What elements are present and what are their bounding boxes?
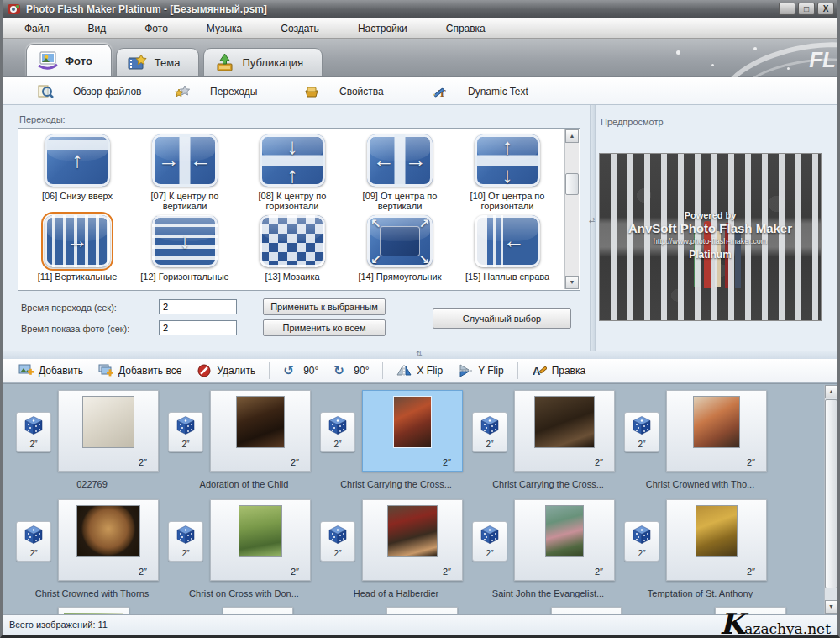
menu-item-5[interactable]: Создать	[269, 20, 331, 37]
close-button[interactable]: X	[817, 3, 834, 15]
menu-item-2[interactable]: Вид	[76, 20, 118, 37]
y-flip-button[interactable]: Y Flip	[450, 361, 511, 380]
add-photo-button[interactable]: Добавить	[11, 361, 91, 380]
photo-item[interactable]: 2″	[58, 390, 159, 472]
scroll-down-icon[interactable]: ▼	[565, 276, 579, 289]
photo-item[interactable]	[551, 607, 622, 614]
transition-item[interactable]: →[11] Вертикальные	[24, 215, 131, 282]
menu-item-1[interactable]: Файл	[13, 20, 61, 37]
transition-item[interactable]: ↑[06] Снизу вверх	[24, 134, 131, 211]
transition-item[interactable]: ↓↑[08] К центру по горизонтали	[239, 134, 346, 211]
photo-time-input[interactable]	[159, 320, 237, 335]
publish-tab-icon	[214, 53, 236, 73]
tab-публикация[interactable]: Публикация	[203, 48, 323, 76]
apply-all-button[interactable]: Применить ко всем	[263, 319, 386, 336]
transition-duration-badge: 2″	[486, 440, 493, 449]
transition-tile[interactable]: 2″	[472, 521, 507, 562]
tab-label: Публикация	[242, 56, 303, 69]
photo-thumbnail	[693, 396, 740, 448]
scroll-up-icon[interactable]: ▲	[825, 385, 837, 398]
transition-item[interactable]: ↖↗↙↘[14] Прямоугольник	[346, 215, 454, 282]
add-all-button[interactable]: Добавить все	[91, 361, 189, 380]
minimize-button[interactable]: _	[779, 3, 795, 15]
photo-row-partial	[16, 607, 837, 614]
transition-tile[interactable]: 2″	[624, 412, 659, 452]
maximize-button[interactable]: □	[798, 3, 815, 15]
transition-item[interactable]: ↑↓[10] От центра по горизонтали	[454, 134, 561, 211]
transition-duration-badge: 2″	[486, 549, 493, 558]
photo-caption: Head of a Halberdier	[354, 588, 439, 598]
apply-selected-button[interactable]: Применить к выбранным	[263, 298, 386, 315]
menu-item-7[interactable]: Справка	[434, 20, 497, 37]
transition-item[interactable]: ←→[09] От центра по вертикали	[346, 134, 454, 211]
transition-item[interactable]: →←[07] К центру по вертикали	[131, 134, 239, 211]
subtab-4[interactable]: TDynamic Text	[427, 82, 533, 102]
photo-item[interactable]: 2″	[362, 499, 463, 581]
menu-item-3[interactable]: Фото	[133, 20, 180, 37]
random-choice-button[interactable]: Случайный выбор	[433, 308, 571, 329]
transition-time-input[interactable]	[159, 299, 237, 314]
transition-tile[interactable]: 2″	[320, 412, 355, 452]
tab-фото[interactable]: Фото	[26, 44, 112, 76]
toolbar-separator	[269, 362, 270, 379]
scroll-down-icon[interactable]: ▼	[825, 600, 837, 614]
transition-item[interactable]: ↓[12] Горизонтальные	[131, 215, 239, 282]
transitions-list: ↑[06] Снизу вверх→←[07] К центру по верт…	[18, 128, 580, 291]
subtab-1[interactable]: Обзор файлов	[32, 82, 146, 102]
photo-caption: Christ on Cross with Don...	[189, 588, 299, 598]
photo-duration-badge: 2″	[595, 457, 603, 467]
photo-item[interactable]: 2″	[514, 499, 615, 581]
photo-duration-badge: 2″	[139, 567, 147, 577]
transition-item[interactable]: [13] Мозаика	[239, 215, 346, 282]
photo-item[interactable]: 2″	[58, 499, 159, 581]
vertical-splitter[interactable]: ⇄	[590, 105, 596, 359]
photo-caption: Christ Crowned with Tho...	[646, 479, 754, 489]
photo-item[interactable]	[386, 607, 458, 614]
transition-tile[interactable]: 2″	[624, 521, 659, 562]
transition-label: [11] Вертикальные	[38, 272, 118, 282]
menu-item-4[interactable]: Музыка	[195, 20, 254, 37]
delete-icon	[197, 364, 212, 377]
photo-sub-toolbar: Обзор файловПереходыСвойстваTDynamic Tex…	[3, 77, 837, 105]
transition-tile[interactable]: 2″	[16, 412, 51, 452]
transition-duration-badge: 2″	[638, 440, 645, 449]
transition-label: [09] От центра по вертикали	[348, 191, 452, 211]
photo-item[interactable]: 2″	[210, 390, 311, 472]
horizontal-splitter[interactable]: ⇅	[3, 351, 837, 359]
subtab-3[interactable]: Свойства	[298, 82, 389, 102]
transition-item[interactable]: ←[15] Наплыв справа	[454, 215, 561, 282]
transition-tile[interactable]: 2″	[16, 521, 51, 562]
scrollbar-thumb[interactable]	[825, 399, 837, 588]
photo-item[interactable]: 2″	[514, 390, 615, 472]
transition-tile[interactable]: 2″	[472, 412, 507, 452]
x-flip-button[interactable]: X Flip	[389, 361, 450, 380]
rotate-right-button[interactable]: ↻90°	[326, 361, 376, 380]
photo-item[interactable]	[223, 607, 294, 614]
photo-pair: 2″2″Head of a Halberdier	[320, 499, 472, 598]
subtab-label: Обзор файлов	[73, 86, 141, 98]
photo-item[interactable]: 2″	[362, 390, 463, 472]
main-tab-strip: ФотоТемаПубликация	[3, 39, 837, 77]
delete-button[interactable]: Удалить	[189, 361, 263, 380]
photo-item[interactable]	[58, 607, 129, 614]
photo-item[interactable]: 2″	[210, 499, 311, 581]
edit-button[interactable]: AПравка	[524, 361, 594, 380]
photo-thumbnail	[387, 505, 438, 557]
scrollbar-thumb[interactable]	[565, 173, 579, 195]
transition-tile[interactable]: 2″	[168, 412, 203, 452]
menu-item-6[interactable]: Настройки	[346, 20, 419, 37]
photo-thumbnail	[239, 505, 282, 557]
photo-caption: 022769	[76, 479, 108, 489]
transition-tile[interactable]: 2″	[168, 521, 203, 562]
photo-list-scrollbar[interactable]: ▲ ▼	[824, 385, 837, 614]
dice-icon	[480, 525, 500, 548]
transitions-icon	[174, 84, 191, 99]
transitions-scrollbar[interactable]: ▲ ▼	[564, 129, 579, 289]
scroll-up-icon[interactable]: ▲	[565, 129, 579, 143]
photo-item[interactable]: 2″	[666, 390, 767, 472]
transition-tile[interactable]: 2″	[320, 521, 355, 562]
subtab-2[interactable]: Переходы	[169, 82, 262, 102]
photo-item[interactable]: 2″	[666, 499, 767, 581]
rotate-left-button[interactable]: ↺90°	[276, 361, 326, 380]
tab-тема[interactable]: Тема	[116, 48, 200, 76]
